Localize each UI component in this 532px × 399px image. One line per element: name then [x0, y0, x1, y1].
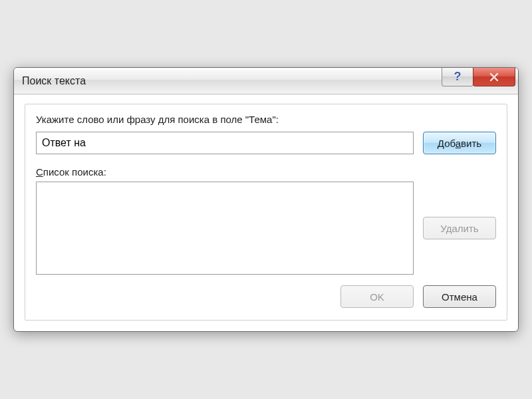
search-input-row: Добавить — [36, 132, 496, 154]
list-side-controls: Удалить — [423, 182, 496, 275]
search-list-label: Список поиска: — [36, 166, 496, 178]
close-button[interactable] — [473, 68, 515, 86]
search-list-row: Удалить — [36, 182, 496, 275]
ok-button[interactable]: OK — [340, 285, 414, 308]
search-prompt-label: Укажите слово или фразу для поиска в пол… — [36, 114, 496, 125]
delete-button[interactable]: Удалить — [423, 217, 496, 239]
titlebar-controls: ? — [442, 68, 515, 86]
dialog-title: Поиск текста — [22, 75, 86, 87]
search-input[interactable] — [36, 132, 414, 154]
close-icon — [488, 72, 500, 82]
dialog-footer: OK Отмена — [36, 285, 496, 308]
inner-panel: Укажите слово или фразу для поиска в пол… — [25, 104, 507, 321]
cancel-button[interactable]: Отмена — [423, 285, 496, 308]
dialog-body: Укажите слово или фразу для поиска в пол… — [14, 94, 518, 331]
titlebar: Поиск текста ? — [14, 68, 518, 94]
dialog-window: Поиск текста ? Укажите слово или фразу д… — [13, 67, 519, 332]
help-icon: ? — [454, 70, 462, 84]
add-button[interactable]: Добавить — [423, 132, 496, 154]
search-listbox[interactable] — [36, 182, 414, 275]
help-button[interactable]: ? — [442, 68, 473, 86]
